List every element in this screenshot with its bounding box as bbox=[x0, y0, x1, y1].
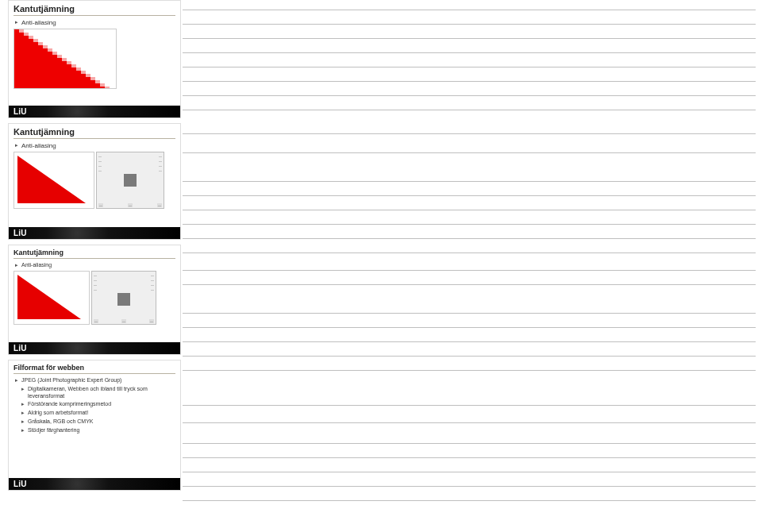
slide-column: Kantutjämning Anti-aliasing bbox=[8, 0, 181, 495]
svg-rect-11 bbox=[62, 61, 67, 89]
svg-rect-17 bbox=[90, 80, 95, 89]
slide-4: Filformat för webben JPEG (Joint Photogr… bbox=[8, 360, 181, 491]
slide-4-bullet-3: Aldrig som arbetsformat! bbox=[13, 410, 175, 417]
slide-3: Kantutjämning Anti-aliasing —— —— —— —— … bbox=[8, 245, 181, 355]
svg-rect-22 bbox=[29, 36, 33, 39]
svg-rect-35 bbox=[90, 77, 95, 80]
brand-logo: LiU bbox=[13, 229, 27, 237]
svg-rect-25 bbox=[43, 45, 48, 48]
aliased-diagonal-image bbox=[13, 29, 117, 89]
ruled-line bbox=[183, 152, 756, 153]
svg-rect-33 bbox=[81, 71, 86, 74]
svg-rect-19 bbox=[100, 87, 105, 89]
ruled-line bbox=[183, 500, 756, 501]
ruled-line bbox=[183, 270, 756, 271]
triangle-image bbox=[13, 271, 90, 325]
slide-4-footer: LiU bbox=[9, 478, 180, 490]
slide-1-footer: LiU bbox=[9, 106, 180, 118]
svg-rect-38 bbox=[105, 87, 110, 89]
svg-rect-6 bbox=[38, 45, 43, 89]
svg-rect-14 bbox=[76, 71, 81, 89]
slide-3-footer: LiU bbox=[9, 342, 180, 354]
ruled-line bbox=[183, 224, 756, 225]
slide-4-bullet-2: Förstörande komprimeringsmetod bbox=[13, 401, 175, 408]
ruled-line bbox=[183, 457, 756, 458]
ruled-line bbox=[183, 472, 756, 472]
ruled-line bbox=[183, 356, 756, 357]
svg-rect-13 bbox=[71, 67, 76, 89]
svg-rect-16 bbox=[86, 77, 90, 89]
slide-4-bullet-4: Gråskala, RGB och CMYK bbox=[13, 418, 175, 426]
ruled-line bbox=[183, 341, 756, 342]
slide-2-title: Kantutjämning bbox=[13, 127, 175, 139]
slide-2-footer: LiU bbox=[9, 227, 180, 239]
ruled-line bbox=[183, 210, 756, 210]
ruled-line bbox=[183, 38, 756, 39]
svg-rect-5 bbox=[33, 42, 38, 89]
svg-rect-21 bbox=[24, 33, 29, 36]
ruled-line bbox=[183, 443, 756, 444]
brand-logo: LiU bbox=[13, 344, 27, 353]
ruled-line bbox=[183, 422, 756, 423]
ruled-line bbox=[183, 486, 756, 487]
svg-rect-32 bbox=[76, 67, 81, 71]
svg-rect-24 bbox=[38, 42, 43, 45]
svg-rect-34 bbox=[86, 74, 90, 77]
svg-rect-3 bbox=[24, 36, 29, 89]
svg-rect-2 bbox=[19, 33, 24, 89]
brand-logo: LiU bbox=[13, 480, 27, 488]
svg-rect-10 bbox=[57, 58, 62, 89]
ruled-line bbox=[183, 81, 756, 82]
brand-logo: LiU bbox=[13, 107, 27, 116]
svg-rect-29 bbox=[62, 58, 67, 61]
settings-dialog-mock: —— —— —— —— ——— bbox=[91, 271, 156, 325]
slide-4-bullet-0: JPEG (Joint Photographic Expert Group) bbox=[13, 377, 175, 384]
ruled-line bbox=[183, 24, 756, 25]
ruled-line bbox=[183, 405, 756, 406]
ruled-line bbox=[183, 95, 756, 96]
settings-dialog-mock: —— —— —— —— ——— bbox=[96, 152, 164, 209]
slide-2: Kantutjämning Anti-aliasing —— —— —— —— … bbox=[8, 123, 181, 240]
slide-3-bullet: Anti-aliasing bbox=[13, 262, 175, 269]
ruled-line bbox=[183, 181, 756, 182]
slide-2-bullet: Anti-aliasing bbox=[13, 142, 175, 150]
svg-rect-4 bbox=[29, 39, 33, 89]
ruled-line bbox=[183, 238, 756, 239]
ruled-line bbox=[183, 67, 756, 67]
svg-rect-15 bbox=[81, 74, 86, 89]
svg-rect-18 bbox=[95, 83, 100, 89]
ruled-line bbox=[183, 10, 756, 10]
slide-3-title: Kantutjämning bbox=[13, 249, 175, 259]
slide-1-bullet: Anti-aliasing bbox=[13, 19, 175, 27]
ruled-line bbox=[183, 284, 756, 285]
slide-1: Kantutjämning Anti-aliasing bbox=[8, 0, 181, 118]
svg-rect-30 bbox=[67, 61, 71, 64]
slide-4-title: Filformat för webben bbox=[13, 364, 175, 374]
svg-rect-9 bbox=[52, 55, 57, 89]
svg-rect-31 bbox=[71, 64, 76, 67]
svg-rect-26 bbox=[48, 48, 52, 52]
slide-4-bullet-1: Digitalkameran, Webben och ibland till t… bbox=[13, 386, 175, 400]
ruled-line bbox=[183, 110, 756, 110]
svg-rect-28 bbox=[57, 55, 62, 58]
svg-rect-1 bbox=[14, 29, 19, 89]
svg-rect-7 bbox=[43, 48, 48, 89]
ruled-line bbox=[183, 327, 756, 328]
svg-rect-8 bbox=[48, 52, 52, 89]
svg-rect-23 bbox=[33, 39, 38, 42]
svg-rect-12 bbox=[67, 64, 71, 89]
slide-4-bullet-5: Stödjer färghantering bbox=[13, 427, 175, 434]
triangle-image bbox=[13, 152, 94, 209]
ruled-line bbox=[183, 370, 756, 371]
svg-rect-20 bbox=[19, 29, 24, 33]
ruled-line bbox=[183, 253, 756, 253]
ruled-lines bbox=[183, 0, 756, 532]
svg-rect-36 bbox=[95, 80, 100, 83]
ruled-line bbox=[183, 195, 756, 196]
ruled-line bbox=[183, 133, 756, 134]
svg-rect-27 bbox=[52, 52, 57, 55]
slide-1-title: Kantutjämning bbox=[13, 4, 175, 16]
svg-rect-37 bbox=[100, 83, 105, 87]
ruled-line bbox=[183, 313, 756, 314]
ruled-line bbox=[183, 52, 756, 53]
